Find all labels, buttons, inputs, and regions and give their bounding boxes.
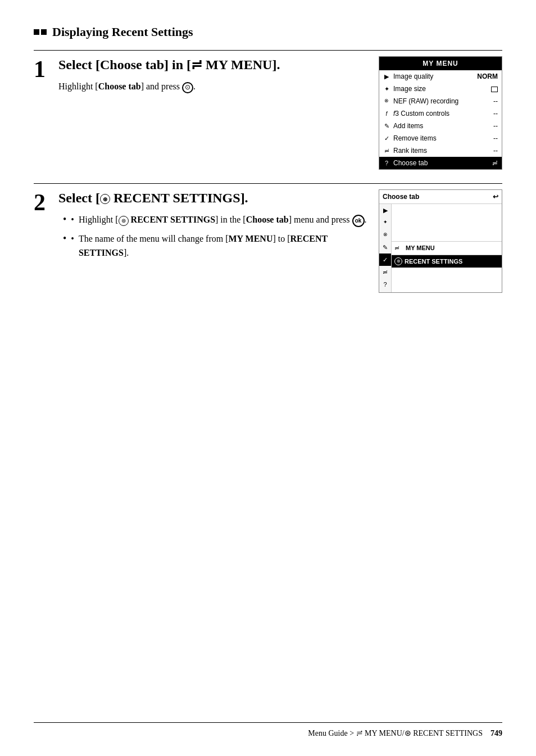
s2-icon-nef: ⊗ bbox=[379, 229, 391, 241]
s2-row-my-menu: ≓ MY MENU bbox=[392, 241, 502, 255]
step-1-wrapper: 1 Select [Choose tab] in [≓ MY MENU]. Hi… bbox=[34, 56, 502, 170]
step-2-bullets: • Highlight [⊛ RECENT SETTINGS] in the [… bbox=[58, 212, 367, 260]
icon-choose: ? bbox=[381, 159, 392, 168]
label-add-items: Add items bbox=[392, 121, 493, 131]
menu-row-custom-controls: f f3 Custom controls -- bbox=[379, 107, 502, 120]
step1-select-label: Select [Choose tab] in [≓ MY MENU]. bbox=[58, 57, 280, 72]
s2-row-7 bbox=[392, 280, 502, 292]
s2-icon-pencil: ✎ bbox=[379, 241, 391, 253]
s2-row-6 bbox=[392, 268, 502, 280]
step-1-text: 1 Select [Choose tab] in [≓ MY MENU]. Hi… bbox=[34, 56, 367, 94]
s2-recent-label: RECENT SETTINGS bbox=[405, 257, 462, 266]
step-2-heading: Select [⊛ RECENT SETTINGS]. bbox=[58, 189, 367, 207]
small-square-icon bbox=[491, 87, 498, 92]
s2-icon-playback: ▶ bbox=[379, 204, 391, 216]
bullet-2: • The name of the menu will change from … bbox=[63, 232, 367, 260]
s2-icon-check-selected: ✓ bbox=[379, 253, 391, 266]
value-norm: NORM bbox=[477, 71, 499, 82]
menu-title-bar-1: MY MENU bbox=[379, 57, 502, 70]
step-1-heading: Select [Choose tab] in [≓ MY MENU]. bbox=[58, 56, 367, 74]
menu-row-image-size: ✦ Image size bbox=[379, 83, 502, 95]
s2-my-menu-icon: ≓ bbox=[394, 243, 403, 253]
value-nef: -- bbox=[493, 96, 499, 106]
step2-heading-text: Select [⊛ RECENT SETTINGS]. bbox=[58, 191, 248, 205]
step-2-content: Select [⊛ RECENT SETTINGS]. • Highlight … bbox=[58, 189, 367, 265]
menu-row-remove-items: ✓ Remove items -- bbox=[379, 132, 502, 144]
menu-row-choose-tab: ? Choose tab ≓ bbox=[379, 157, 502, 169]
label-remove-items: Remove items bbox=[392, 133, 493, 143]
screenshot2-content: ≓ MY MENU ⊛ RECENT SETTINGS bbox=[392, 204, 502, 292]
choose-tab-title: Choose tab bbox=[383, 192, 419, 202]
icon-remove: ✓ bbox=[381, 134, 392, 143]
bullet-2-text: The name of the menu will change from [M… bbox=[79, 232, 367, 260]
step-1-inner: 1 Select [Choose tab] in [≓ MY MENU]. Hi… bbox=[34, 56, 367, 94]
value-rank: -- bbox=[493, 146, 499, 156]
icon-playback: ▶ bbox=[381, 72, 392, 82]
value-size-icon bbox=[491, 84, 499, 94]
icon-star: ✦ bbox=[381, 84, 392, 94]
step-2-wrapper: 2 Select [⊛ RECENT SETTINGS]. • Highligh… bbox=[34, 189, 502, 293]
s2-icon-rank: ≓ bbox=[379, 266, 391, 278]
label-image-quality: Image quality bbox=[392, 71, 477, 82]
step-2-inner: 2 Select [⊛ RECENT SETTINGS]. • Highligh… bbox=[34, 189, 367, 265]
bullet-1-dot: • bbox=[71, 212, 74, 227]
menu-screenshot-2: Choose tab ↩ ▶ ✦ ⊗ ✎ ✓ ≓ ? bbox=[379, 189, 502, 293]
icon-rank: ≓ bbox=[381, 146, 392, 156]
s2-my-menu-label: MY MENU bbox=[406, 243, 435, 253]
choose-tab-back-icon: ↩ bbox=[493, 192, 498, 202]
icon-custom: f bbox=[381, 110, 392, 118]
screenshot2-side-icons: ▶ ✦ ⊗ ✎ ✓ ≓ ? bbox=[379, 204, 392, 292]
value-remove: -- bbox=[493, 133, 499, 143]
page-footer: Menu Guide > ≓ MY MENU/⊛ RECENT SETTINGS… bbox=[34, 722, 502, 739]
icon-add: ✎ bbox=[381, 121, 392, 131]
bullet-1: • Highlight [⊛ RECENT SETTINGS] in the [… bbox=[63, 212, 367, 227]
section-icon bbox=[34, 29, 47, 35]
menu-rows-1: ▶ Image quality NORM ✦ Image size ⊗ NEF … bbox=[379, 70, 502, 169]
value-custom: -- bbox=[493, 108, 499, 119]
label-rank-items: Rank items bbox=[392, 146, 493, 156]
icon-nef: ⊗ bbox=[381, 97, 392, 105]
s2-row-2 bbox=[392, 216, 502, 229]
mid-divider bbox=[34, 183, 502, 184]
menu-row-image-quality: ▶ Image quality NORM bbox=[379, 70, 502, 83]
arrow-circle-icon: ⊙ bbox=[182, 82, 193, 93]
label-choose-tab: Choose tab bbox=[392, 158, 492, 168]
s2-row-3 bbox=[392, 229, 502, 241]
step-1-layout: 1 Select [Choose tab] in [≓ MY MENU]. Hi… bbox=[34, 56, 502, 170]
menu-row-nef: ⊗ NEF (RAW) recording -- bbox=[379, 95, 502, 107]
bullet-1-text: Highlight [⊛ RECENT SETTINGS] in the [Ch… bbox=[79, 212, 367, 227]
menu-row-add-items: ✎ Add items -- bbox=[379, 120, 502, 132]
s2-icon-question: ? bbox=[379, 278, 391, 291]
step-1-number: 1 bbox=[34, 57, 54, 81]
s2-icon-camera: ✦ bbox=[379, 216, 391, 229]
step-2-layout: 2 Select [⊛ RECENT SETTINGS]. • Highligh… bbox=[34, 189, 502, 293]
step-2-text: 2 Select [⊛ RECENT SETTINGS]. • Highligh… bbox=[34, 189, 367, 265]
top-divider bbox=[34, 50, 502, 51]
step-1-content: Select [Choose tab] in [≓ MY MENU]. High… bbox=[58, 56, 367, 94]
menu-row-rank-items: ≓ Rank items -- bbox=[379, 144, 502, 157]
screenshot2-body: ▶ ✦ ⊗ ✎ ✓ ≓ ? ≓ MY MENU bbox=[379, 204, 502, 292]
bullet-2-dot: • bbox=[71, 232, 74, 260]
footer-text: Menu Guide > ≓ MY MENU/⊛ RECENT SETTINGS… bbox=[308, 727, 502, 739]
s2-row-recent-settings: ⊛ RECENT SETTINGS bbox=[392, 255, 502, 268]
label-custom-controls: f3 Custom controls bbox=[392, 108, 493, 119]
section-title: Displaying Recent Settings bbox=[34, 22, 502, 41]
s2-row-1 bbox=[392, 204, 502, 216]
value-choose: ≓ bbox=[492, 158, 499, 168]
step-1-body: Highlight [Choose tab] and press ⊙. bbox=[58, 79, 367, 94]
choose-tab-bar: Choose tab ↩ bbox=[379, 190, 502, 204]
menu-screenshot-1: MY MENU ▶ Image quality NORM ✦ Image siz… bbox=[379, 56, 502, 170]
value-add: -- bbox=[493, 121, 499, 131]
step-2-number: 2 bbox=[34, 191, 54, 214]
label-nef: NEF (RAW) recording bbox=[392, 96, 493, 106]
label-image-size: Image size bbox=[392, 84, 491, 94]
s2-recent-icon: ⊛ bbox=[394, 257, 402, 265]
ok-button-icon: ok bbox=[352, 215, 365, 227]
